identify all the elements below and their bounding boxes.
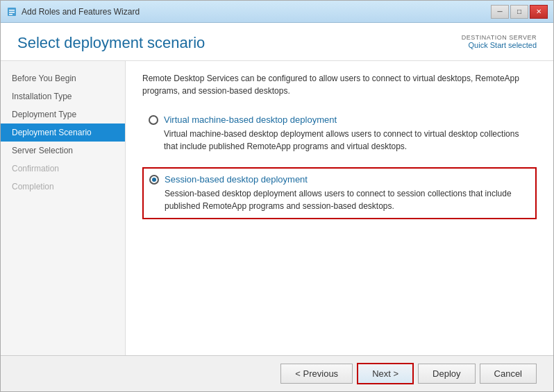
svg-rect-2 <box>9 12 15 13</box>
sidebar-item-confirmation: Confirmation <box>1 160 125 178</box>
session-option-label: Session-based desktop deployment <box>165 174 308 185</box>
sidebar-item-deployment-scenario[interactable]: Deployment Scenario <box>1 123 125 142</box>
page-title: Select deployment scenario <box>17 34 205 52</box>
content-area: Select deployment scenario DESTINATION S… <box>1 23 553 391</box>
content-panel: Remote Desktop Services can be configure… <box>126 61 553 355</box>
footer: < Previous Next > Deploy Cancel <box>1 355 553 391</box>
virtual-option-label: Virtual machine-based desktop deployment <box>164 114 337 125</box>
sidebar-item-server-selection[interactable]: Server Selection <box>1 142 125 160</box>
window-icon <box>6 6 17 17</box>
destination-value: Quick Start selected <box>462 41 537 49</box>
main-body: Before You Begin Installation Type Deplo… <box>1 61 553 355</box>
sidebar-item-deployment-type[interactable]: Deployment Type <box>1 105 125 123</box>
sidebar-item-completion: Completion <box>1 178 125 196</box>
session-radio[interactable] <box>149 175 159 185</box>
title-bar-left: Add Roles and Features Wizard <box>6 6 140 17</box>
svg-rect-3 <box>9 14 12 15</box>
virtual-option[interactable]: Virtual machine-based desktop deployment… <box>142 108 537 159</box>
wizard-window: Add Roles and Features Wizard ─ □ ✕ Sele… <box>0 0 554 392</box>
session-option[interactable]: Session-based desktop deployment Session… <box>142 167 537 219</box>
window-title: Add Roles and Features Wizard <box>22 7 140 17</box>
window-controls: ─ □ ✕ <box>491 5 548 19</box>
title-bar: Add Roles and Features Wizard ─ □ ✕ <box>1 1 553 23</box>
sidebar-item-installation-type[interactable]: Installation Type <box>1 87 125 105</box>
next-button[interactable]: Next > <box>357 363 414 384</box>
session-option-desc: Session-based desktop deployment allows … <box>165 187 530 212</box>
sidebar-item-before-you-begin[interactable]: Before You Begin <box>1 69 125 87</box>
session-option-header: Session-based desktop deployment <box>149 174 530 185</box>
previous-button[interactable]: < Previous <box>280 364 353 384</box>
header-area: Select deployment scenario DESTINATION S… <box>1 23 553 61</box>
close-button[interactable]: ✕ <box>530 5 548 19</box>
restore-button[interactable]: □ <box>510 5 528 19</box>
virtual-radio[interactable] <box>149 115 158 125</box>
intro-text: Remote Desktop Services can be configure… <box>142 72 537 97</box>
virtual-option-header: Virtual machine-based desktop deployment <box>149 114 530 125</box>
svg-rect-1 <box>9 10 15 11</box>
minimize-button[interactable]: ─ <box>491 5 509 19</box>
destination-label: DESTINATION SERVER <box>462 34 537 41</box>
virtual-option-desc: Virtual machine-based desktop deployment… <box>164 128 530 153</box>
cancel-button[interactable]: Cancel <box>480 364 537 384</box>
deploy-button[interactable]: Deploy <box>418 364 475 384</box>
sidebar: Before You Begin Installation Type Deplo… <box>1 61 126 355</box>
destination-server: DESTINATION SERVER Quick Start selected <box>462 34 537 49</box>
option-group: Virtual machine-based desktop deployment… <box>142 108 537 219</box>
